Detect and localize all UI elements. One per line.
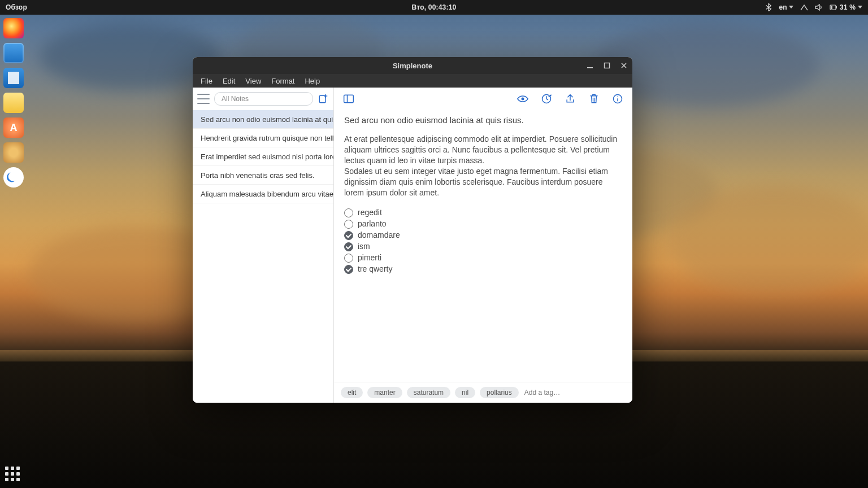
checkbox-icon[interactable] [344,265,353,274]
new-note-button[interactable] [318,93,329,104]
tag-chip[interactable]: pollarius [480,387,519,398]
tag-chip[interactable]: elit [341,387,363,398]
menu-toggle-icon[interactable] [197,94,210,104]
checklist-item[interactable]: parlanto [344,219,622,230]
note-row[interactable]: Erat imperdiet sed euismod nisi porta lo… [193,147,333,166]
info-icon[interactable] [612,93,623,104]
checklist-item[interactable]: ism [344,241,622,252]
tag-chip[interactable]: saturatum [407,387,450,398]
svg-point-13 [617,96,618,97]
svg-point-3 [7,171,20,184]
activities-button[interactable]: Обзор [6,3,27,11]
share-icon[interactable] [565,93,576,104]
trash-icon[interactable] [588,93,600,104]
note-row[interactable]: Aliquam malesuada bibendum arcu vitae el… [193,185,333,203]
menu-view[interactable]: View [241,75,266,87]
checklist: regedit parlanto domamdare ism pimerti t… [344,207,622,275]
window-minimize-button[interactable] [581,57,598,74]
checkbox-icon[interactable] [344,242,353,251]
window-maximize-button[interactable] [598,57,615,74]
battery-indicator[interactable]: 31 % [830,3,862,11]
note-list: Sed arcu non odio euismod lacinia at qui… [193,110,333,403]
checkbox-icon[interactable] [344,254,353,263]
tag-bar: elit manter saturatum nil pollarius [334,382,632,403]
note-row[interactable]: Hendrerit gravida rutrum quisque non tel… [193,129,333,147]
menu-format[interactable]: Format [267,75,299,87]
dock-libreoffice-writer-icon[interactable] [3,68,24,88]
menu-file[interactable]: File [196,75,217,87]
show-applications-button[interactable] [5,467,21,482]
network-icon[interactable] [800,4,808,11]
checkbox-icon[interactable] [344,208,353,217]
toggle-sidebar-icon[interactable] [343,93,354,104]
gnome-top-bar: Обзор Вто, 00:43:10 en 31 % [0,0,868,15]
svg-point-9 [522,98,524,101]
input-language-indicator[interactable]: en [779,3,793,11]
checkbox-icon[interactable] [344,220,353,229]
svg-rect-7 [344,95,354,102]
checkbox-icon[interactable] [344,231,353,240]
checklist-item[interactable]: domamdare [344,230,622,241]
clock[interactable]: Вто, 00:43:10 [412,3,457,11]
dock-notes-icon[interactable] [3,93,24,113]
menu-edit[interactable]: Edit [218,75,240,87]
dock-firefox-icon[interactable] [3,18,24,38]
volume-icon[interactable] [815,4,823,11]
note-title[interactable]: Sed arcu non odio euismod lacinia at qui… [344,115,622,126]
window-title: Simplenote [393,62,432,70]
tag-chip[interactable]: manter [367,387,402,398]
svg-rect-5 [605,63,610,68]
window-close-button[interactable] [615,57,632,74]
checklist-item[interactable]: pimerti [344,252,622,264]
note-content-area[interactable]: Sed arcu non odio euismod lacinia at qui… [334,110,632,382]
dock-files-icon[interactable] [3,43,24,63]
dock-update-manager-icon[interactable] [3,142,24,163]
svg-rect-6 [319,95,326,103]
history-icon[interactable] [541,93,552,104]
simplenote-window: Simplenote File Edit View Format Help Al… [193,57,632,403]
dock-software-center-icon[interactable] [3,117,24,138]
svg-rect-4 [587,67,593,68]
note-row[interactable]: Porta nibh venenatis cras sed felis. [193,166,333,185]
svg-rect-2 [831,6,832,9]
note-editor-panel: Sed arcu non odio euismod lacinia at qui… [334,88,632,403]
bluetooth-icon[interactable] [765,3,772,11]
menu-help[interactable]: Help [300,75,324,87]
notes-sidebar: All Notes Sed arcu non odio euismod laci… [193,88,334,403]
menubar: File Edit View Format Help [193,74,632,88]
tag-input[interactable] [523,388,610,397]
svg-rect-1 [836,6,837,8]
dock [0,15,27,488]
dock-simplenote-icon[interactable] [3,167,24,188]
checklist-item[interactable]: tre qwerty [344,264,622,275]
search-input[interactable]: All Notes [214,92,313,106]
preview-icon[interactable] [517,93,528,104]
titlebar[interactable]: Simplenote [193,57,632,74]
tag-chip[interactable]: nil [455,387,475,398]
checklist-item[interactable]: regedit [344,207,622,219]
note-body[interactable]: At erat pellentesque adipiscing commodo … [344,134,622,198]
note-row[interactable]: Sed arcu non odio euismod lacinia at qui… [193,110,333,129]
